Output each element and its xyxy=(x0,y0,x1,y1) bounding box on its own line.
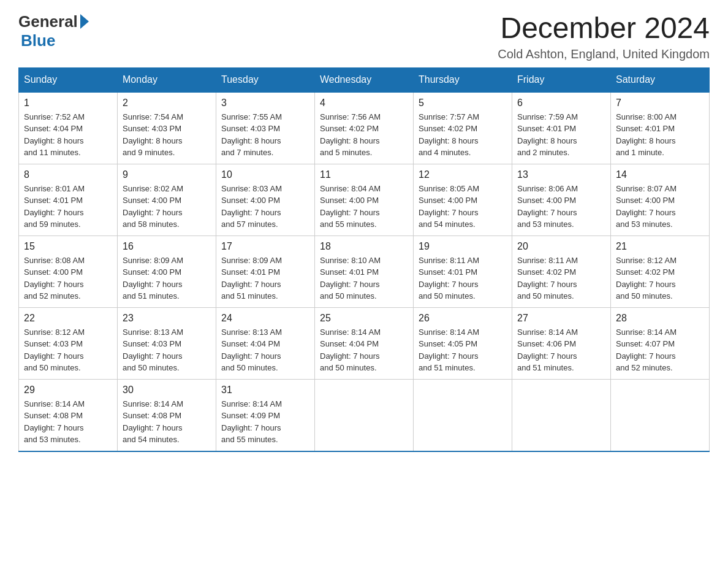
calendar-cell: 30Sunrise: 8:14 AM Sunset: 4:08 PM Dayli… xyxy=(118,379,216,451)
calendar-cell: 17Sunrise: 8:09 AM Sunset: 4:01 PM Dayli… xyxy=(216,236,315,307)
day-info: Sunrise: 8:14 AM Sunset: 4:05 PM Dayligh… xyxy=(419,326,507,374)
day-number: 13 xyxy=(517,169,605,180)
day-number: 28 xyxy=(616,313,704,324)
day-number: 1 xyxy=(24,98,112,109)
day-info: Sunrise: 7:52 AM Sunset: 4:04 PM Dayligh… xyxy=(24,111,112,159)
calendar-cell: 18Sunrise: 8:10 AM Sunset: 4:01 PM Dayli… xyxy=(315,236,414,307)
header-tuesday: Tuesday xyxy=(216,67,315,92)
day-info: Sunrise: 8:03 AM Sunset: 4:00 PM Dayligh… xyxy=(221,183,309,231)
calendar-cell: 8Sunrise: 8:01 AM Sunset: 4:01 PM Daylig… xyxy=(19,164,118,236)
calendar-cell: 15Sunrise: 8:08 AM Sunset: 4:00 PM Dayli… xyxy=(19,236,118,307)
calendar-cell: 29Sunrise: 8:14 AM Sunset: 4:08 PM Dayli… xyxy=(19,379,118,451)
header-saturday: Saturday xyxy=(611,67,710,92)
calendar-cell: 3Sunrise: 7:55 AM Sunset: 4:03 PM Daylig… xyxy=(216,92,315,164)
calendar-cell: 22Sunrise: 8:12 AM Sunset: 4:03 PM Dayli… xyxy=(19,307,118,379)
day-info: Sunrise: 8:13 AM Sunset: 4:03 PM Dayligh… xyxy=(123,326,211,374)
day-number: 31 xyxy=(221,385,309,396)
calendar-cell: 6Sunrise: 7:59 AM Sunset: 4:01 PM Daylig… xyxy=(512,92,611,164)
day-info: Sunrise: 7:54 AM Sunset: 4:03 PM Dayligh… xyxy=(123,111,211,159)
day-number: 19 xyxy=(419,241,507,252)
calendar-cell: 21Sunrise: 8:12 AM Sunset: 4:02 PM Dayli… xyxy=(611,236,710,307)
calendar-cell xyxy=(611,379,710,451)
day-number: 24 xyxy=(221,313,309,324)
logo-general-text: General xyxy=(18,12,78,31)
day-number: 3 xyxy=(221,98,309,109)
day-info: Sunrise: 8:13 AM Sunset: 4:04 PM Dayligh… xyxy=(221,326,309,374)
header-sunday: Sunday xyxy=(19,67,118,92)
calendar-cell: 5Sunrise: 7:57 AM Sunset: 4:02 PM Daylig… xyxy=(414,92,512,164)
day-info: Sunrise: 7:55 AM Sunset: 4:03 PM Dayligh… xyxy=(221,111,309,159)
day-info: Sunrise: 8:11 AM Sunset: 4:01 PM Dayligh… xyxy=(419,255,507,302)
day-info: Sunrise: 8:00 AM Sunset: 4:01 PM Dayligh… xyxy=(616,111,704,159)
day-info: Sunrise: 8:09 AM Sunset: 4:00 PM Dayligh… xyxy=(123,255,211,302)
day-number: 9 xyxy=(123,169,211,180)
week-row-1: 1Sunrise: 7:52 AM Sunset: 4:04 PM Daylig… xyxy=(19,92,710,164)
day-number: 16 xyxy=(123,241,211,252)
day-info: Sunrise: 7:57 AM Sunset: 4:02 PM Dayligh… xyxy=(419,111,507,159)
day-number: 6 xyxy=(517,98,605,109)
day-info: Sunrise: 8:06 AM Sunset: 4:00 PM Dayligh… xyxy=(517,183,605,231)
title-block: December 2024 Cold Ashton, England, Unit… xyxy=(498,12,710,61)
day-info: Sunrise: 8:12 AM Sunset: 4:02 PM Dayligh… xyxy=(616,255,704,302)
calendar-cell: 16Sunrise: 8:09 AM Sunset: 4:00 PM Dayli… xyxy=(118,236,216,307)
day-number: 26 xyxy=(419,313,507,324)
calendar-cell: 10Sunrise: 8:03 AM Sunset: 4:00 PM Dayli… xyxy=(216,164,315,236)
calendar-cell: 4Sunrise: 7:56 AM Sunset: 4:02 PM Daylig… xyxy=(315,92,414,164)
day-info: Sunrise: 8:14 AM Sunset: 4:09 PM Dayligh… xyxy=(221,398,309,446)
day-info: Sunrise: 8:14 AM Sunset: 4:08 PM Dayligh… xyxy=(24,398,112,446)
header-wednesday: Wednesday xyxy=(315,67,414,92)
calendar-cell: 23Sunrise: 8:13 AM Sunset: 4:03 PM Dayli… xyxy=(118,307,216,379)
calendar-cell: 9Sunrise: 8:02 AM Sunset: 4:00 PM Daylig… xyxy=(118,164,216,236)
logo-arrow-icon xyxy=(80,14,89,29)
day-info: Sunrise: 8:14 AM Sunset: 4:08 PM Dayligh… xyxy=(123,398,211,446)
day-number: 25 xyxy=(320,313,408,324)
calendar-cell: 19Sunrise: 8:11 AM Sunset: 4:01 PM Dayli… xyxy=(414,236,512,307)
header-friday: Friday xyxy=(512,67,611,92)
calendar-cell: 25Sunrise: 8:14 AM Sunset: 4:04 PM Dayli… xyxy=(315,307,414,379)
day-info: Sunrise: 8:04 AM Sunset: 4:00 PM Dayligh… xyxy=(320,183,408,231)
day-number: 30 xyxy=(123,385,211,396)
day-number: 20 xyxy=(517,241,605,252)
calendar-cell: 31Sunrise: 8:14 AM Sunset: 4:09 PM Dayli… xyxy=(216,379,315,451)
day-info: Sunrise: 8:14 AM Sunset: 4:04 PM Dayligh… xyxy=(320,326,408,374)
calendar-cell: 13Sunrise: 8:06 AM Sunset: 4:00 PM Dayli… xyxy=(512,164,611,236)
calendar-cell: 11Sunrise: 8:04 AM Sunset: 4:00 PM Dayli… xyxy=(315,164,414,236)
day-info: Sunrise: 8:08 AM Sunset: 4:00 PM Dayligh… xyxy=(24,255,112,302)
logo-blue-text: Blue xyxy=(21,31,55,50)
day-number: 7 xyxy=(616,98,704,109)
calendar-cell xyxy=(512,379,611,451)
calendar-cell: 28Sunrise: 8:14 AM Sunset: 4:07 PM Dayli… xyxy=(611,307,710,379)
day-info: Sunrise: 8:10 AM Sunset: 4:01 PM Dayligh… xyxy=(320,255,408,302)
calendar-cell: 2Sunrise: 7:54 AM Sunset: 4:03 PM Daylig… xyxy=(118,92,216,164)
calendar-cell: 20Sunrise: 8:11 AM Sunset: 4:02 PM Dayli… xyxy=(512,236,611,307)
week-row-4: 22Sunrise: 8:12 AM Sunset: 4:03 PM Dayli… xyxy=(19,307,710,379)
day-number: 8 xyxy=(24,169,112,180)
week-row-2: 8Sunrise: 8:01 AM Sunset: 4:01 PM Daylig… xyxy=(19,164,710,236)
calendar-cell: 27Sunrise: 8:14 AM Sunset: 4:06 PM Dayli… xyxy=(512,307,611,379)
calendar-cell: 14Sunrise: 8:07 AM Sunset: 4:00 PM Dayli… xyxy=(611,164,710,236)
day-info: Sunrise: 8:07 AM Sunset: 4:00 PM Dayligh… xyxy=(616,183,704,231)
day-number: 5 xyxy=(419,98,507,109)
day-number: 12 xyxy=(419,169,507,180)
calendar-cell: 12Sunrise: 8:05 AM Sunset: 4:00 PM Dayli… xyxy=(414,164,512,236)
calendar-cell: 1Sunrise: 7:52 AM Sunset: 4:04 PM Daylig… xyxy=(19,92,118,164)
day-info: Sunrise: 8:11 AM Sunset: 4:02 PM Dayligh… xyxy=(517,255,605,302)
day-number: 4 xyxy=(320,98,408,109)
day-info: Sunrise: 8:14 AM Sunset: 4:06 PM Dayligh… xyxy=(517,326,605,374)
day-number: 14 xyxy=(616,169,704,180)
calendar-header-row: SundayMondayTuesdayWednesdayThursdayFrid… xyxy=(19,67,710,92)
calendar-cell: 26Sunrise: 8:14 AM Sunset: 4:05 PM Dayli… xyxy=(414,307,512,379)
calendar-cell xyxy=(315,379,414,451)
day-info: Sunrise: 7:56 AM Sunset: 4:02 PM Dayligh… xyxy=(320,111,408,159)
day-number: 10 xyxy=(221,169,309,180)
day-number: 21 xyxy=(616,241,704,252)
page-title: December 2024 xyxy=(498,12,710,45)
calendar-cell: 24Sunrise: 8:13 AM Sunset: 4:04 PM Dayli… xyxy=(216,307,315,379)
day-info: Sunrise: 8:05 AM Sunset: 4:00 PM Dayligh… xyxy=(419,183,507,231)
day-info: Sunrise: 8:01 AM Sunset: 4:01 PM Dayligh… xyxy=(24,183,112,231)
page-header: General Blue December 2024 Cold Ashton, … xyxy=(18,12,710,61)
day-number: 22 xyxy=(24,313,112,324)
subtitle: Cold Ashton, England, United Kingdom xyxy=(498,47,710,61)
day-info: Sunrise: 7:59 AM Sunset: 4:01 PM Dayligh… xyxy=(517,111,605,159)
logo: General Blue xyxy=(18,12,89,50)
